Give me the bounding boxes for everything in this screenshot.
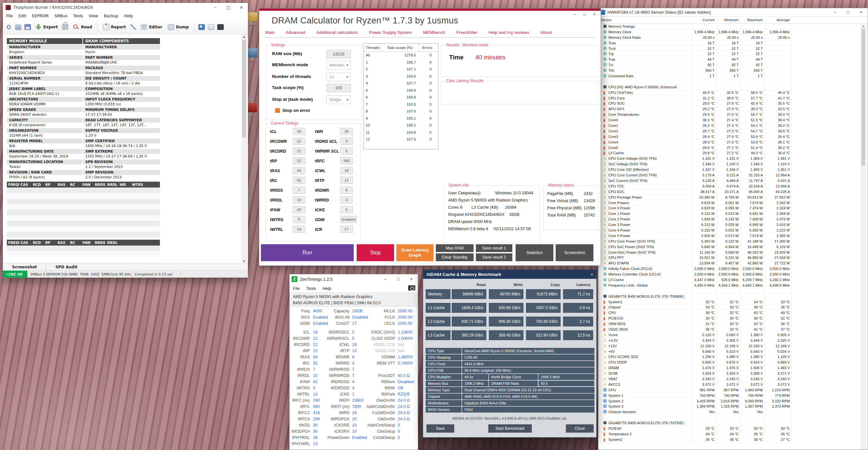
hwinfo-sensor-row[interactable]: +12V 12.168 V 12.168 V 12.168 V 12.168 V [598, 343, 792, 349]
close-button[interactable]: × [590, 11, 599, 17]
task-scope-input[interactable]: 100 [327, 84, 351, 92]
hwinfo-sensor-row[interactable]: CPU Core VID (Effective) 1.337 V 1.244 V… [598, 167, 792, 172]
timing-value-input[interactable]: 14 [293, 226, 305, 233]
hwinfo-sensor-row[interactable]: System 3 1,366 RPM 1,315 RPM 1,397 RPM 1… [598, 404, 792, 409]
threads-select[interactable]: 12▾ [327, 73, 351, 81]
save-icon[interactable] [24, 24, 31, 30]
hwinfo-sensor-row[interactable]: Core0 30.1 °C 27.4 °C 51.5 °C 38.4 °C [598, 117, 792, 123]
hwinfo-sensor-row[interactable]: L3 Cache 3,447.0 MHz 620.5 MHz 6,208.7 M… [598, 277, 792, 283]
hwinfo-sensor-row[interactable]: Frequency Limit - Global 4,450.0 MHz 4,3… [598, 283, 792, 288]
tab[interactable]: Additional calculators [316, 30, 358, 35]
hwinfo-sensor-row[interactable]: Temperature 2 34 °C 34 °C 36 °C 35 °C [598, 431, 792, 437]
copy-pages-icon[interactable] [208, 24, 214, 30]
close-button[interactable]: × [235, 3, 248, 12]
hwinfo-sensor-row[interactable]: GIGABYTE B450 AORUS ELITE (ITE IT8686E) [598, 294, 792, 299]
hwinfo-sensor-row[interactable]: CPU VDDP 0.900 V 0.876 V 0.924 V 0.899 V [598, 360, 792, 365]
hwinfo-sensor-row[interactable]: CPU Core 31.2 °C 28.5 °C 57.7 °C 41.7 °C [598, 95, 792, 101]
hwinfo-sensor-row[interactable]: SoC Current (SVI2 TFN) 5.135 A 4.484 A 1… [598, 178, 792, 184]
hwinfo-sensor-row[interactable]: VSOC MOS 35 °C 33 °C 41 °C 37 °C [598, 327, 792, 332]
timing-value-input[interactable]: 42 [293, 206, 305, 213]
hwinfo-sensor-row[interactable]: PCIEX8 29 °C 29 °C 30 °C 30 °C [598, 426, 792, 431]
hwinfo-sensor-row[interactable]: Memory Clock Ratio 20.00 x 20.00 x 20.00… [598, 35, 792, 40]
hwinfo-sensor-row[interactable]: Core 5 Power 0.500 W 0.072 W 7.574 W 2.2… [598, 233, 792, 239]
hwinfo-sensor-row[interactable] [598, 79, 792, 84]
menu-item[interactable]: Tools [73, 14, 83, 18]
hwinfo-sensor-row[interactable]: VBAT 3.240 V 3.240 V 3.240 V 3.240 V [598, 376, 792, 382]
tab-spd-audit[interactable]: SPD Audit [46, 265, 87, 269]
hwinfo-sensor-row[interactable]: GIGABYTE B450 AORUS ELITE (ITE IT8792E) [598, 420, 792, 426]
hwinfo-sensor-row[interactable]: Core 1 Power 0.131 W 0.013 W 6.591 W 2.3… [598, 211, 792, 217]
hwinfo-sensor-row[interactable]: System 1 760 RPM 740 RPM 795 RPM 774 RPM [598, 393, 792, 398]
timing-value-input[interactable]: Enabled [340, 216, 356, 223]
hwinfo-sensor-row[interactable]: CPU VCORE SOC 1.296 V 1.080 V 1.380 V 1.… [598, 354, 792, 360]
hwinfo-sensor-row[interactable]: CPU (Tctl/Tdie) 40.0 °C 32.5 °C 58.0 °C … [598, 90, 792, 95]
ram-size-input[interactable]: 13218 [327, 50, 351, 58]
menu-item[interactable]: Help [322, 286, 331, 291]
current-column-header[interactable]: Current [692, 18, 715, 22]
hwinfo-sensor-row[interactable]: CPU PPT 19.921 W 9.231 W 46.869 W 27.634… [598, 255, 792, 260]
tab[interactable]: FreezKiller [456, 30, 477, 35]
hwinfo-sensor-row[interactable]: APU STAPM 13.934 W 9.457 W 42.865 W 27.7… [598, 260, 792, 266]
max-ram-button[interactable]: Max RAM [436, 244, 473, 252]
tab[interactable]: Advanced [286, 30, 305, 35]
menu-item[interactable]: SMBus [54, 14, 67, 18]
hwinfo-sensor-row[interactable]: CPU Core Power (SVI2 TFN) 5.350 W 0.122 … [598, 239, 792, 244]
hwinfo-sensor-row[interactable]: System 2 3,426 RPM 2,616 RPM 9,000 RPM 3… [598, 398, 792, 404]
sensor-column-header[interactable]: Sensor [600, 18, 612, 22]
hwinfo-sensor-row[interactable]: Infinity Fabric Clock (FCLK) 2,000.0 MHz… [598, 266, 792, 272]
timing-value-input[interactable]: 18 [293, 128, 305, 135]
timing-value-input[interactable]: 22 [293, 147, 305, 154]
minimize-button[interactable]: – [209, 3, 222, 12]
hwinfo-sensor-row[interactable]: CPU 38 °C 32 °C 63 °C 49 °C [598, 310, 792, 316]
timing-value-input[interactable]: 7 [293, 187, 305, 194]
hwinfo-sensor-row[interactable]: L3 Cache 29.8 °C 27.2 °C 44.3 °C 36.4 °C [598, 150, 792, 156]
hwinfo-sensor-row[interactable]: Chipset 34 °C 33 °C 38 °C 36 °C [598, 305, 792, 310]
hwinfo-sensor-row[interactable]: Command Rate 1 T 1 T 1 T [598, 74, 792, 79]
export-button[interactable]: Export [34, 23, 59, 31]
hwinfo-sensor-row[interactable] [598, 288, 792, 294]
clear-standby-button[interactable]: Clear Standby [436, 253, 473, 261]
hwinfo-sensor-row[interactable]: CPU Core Current (SVI2 TFN) 5.179 A 0.12… [598, 172, 792, 178]
desktop-icon[interactable]: Kon [247, 12, 258, 26]
hwinfo-sensor-row[interactable]: Core2 29.7 °C 27.3 °C 54.7 °C 39.6 °C [598, 129, 792, 134]
statistics-button[interactable]: Statistics [516, 244, 553, 261]
hwinfo-sensor-row[interactable]: Core4 28.9 °C 27.0 °C 53.8 °C 39.1 °C [598, 140, 792, 145]
report-scrollbar[interactable]: ▲▼ [242, 34, 247, 264]
hwinfo-sensor-row[interactable]: Trcd 22 T 22 T 22 T [598, 46, 792, 52]
timing-value-input[interactable]: 92 [293, 177, 305, 184]
maximize-button[interactable]: □ [222, 3, 235, 12]
screenshot-camera-icon[interactable] [408, 285, 415, 290]
hwinfo-sensor-row[interactable]: CPU TDC 5.550 A 0.674 A 32.524 A 12.966 … [598, 184, 792, 189]
maximum-column-header[interactable]: Maximum [741, 18, 763, 22]
hwinfo-sensor-row[interactable]: +3.3V 3.324 V 3.305 V 3.344 V 3.325 V [598, 338, 792, 343]
minimize-button[interactable]: – [379, 275, 392, 283]
save-result-1-button[interactable]: Save result 1 [476, 244, 512, 252]
minimize-button[interactable]: – [829, 8, 842, 17]
timing-value-input[interactable]: 5 [340, 138, 353, 145]
draw-latency-graph-button[interactable]: Draw Latency Graph [396, 244, 434, 261]
open-folder-icon[interactable] [15, 24, 22, 30]
hwinfo-sensor-row[interactable]: Trp 22 T 22 T 22 T [598, 51, 792, 57]
timing-value-input[interactable]: 18 [340, 167, 353, 174]
menu-item[interactable]: File [6, 14, 13, 18]
maximize-button[interactable]: □ [392, 275, 405, 283]
lock-icon[interactable] [62, 24, 68, 30]
hwinfo-sensor-row[interactable]: Core1 29.2 °C 27.4 °C 54.1 °C 39.2 °C [598, 123, 792, 129]
timing-value-input[interactable]: 22 [293, 157, 305, 164]
minimize-button[interactable]: – [570, 11, 580, 17]
menu-item[interactable]: Backup [104, 14, 118, 18]
timing-value-input[interactable]: 5 [340, 147, 353, 154]
minimum-column-header[interactable]: Minimum [717, 18, 739, 22]
report-button[interactable]: Report [102, 23, 127, 31]
close-button[interactable]: Close [566, 424, 594, 433]
timing-value-input[interactable]: 1T [340, 226, 353, 233]
hwinfo-sensor-row[interactable]: Memory Timings [598, 24, 792, 29]
hwinfo-sensor-row[interactable]: CPU SOC 29.6 °C 27.9 °C 42.4 °C 35.5 °C [598, 101, 792, 106]
hwinfo-sensor-row[interactable]: DRAM 1.476 V 1.476 V 1.500 V 1.483 V [598, 365, 792, 371]
membench-mode-select[interactable]: Memtes▾ [327, 61, 351, 69]
average-column-header[interactable]: Average [765, 18, 790, 22]
hwinfo-sensor-row[interactable]: CPU SoC Power (SVI2 TFN) 5.845 W 4.964 W… [598, 244, 792, 250]
timing-value-input[interactable]: 560 [340, 157, 353, 164]
hwinfo-sensor-row[interactable]: Core+SoC Power (SVI2 TFN) 11.196 W 5.658… [598, 250, 792, 255]
tab-screenshot[interactable]: Screenshot [3, 265, 46, 269]
